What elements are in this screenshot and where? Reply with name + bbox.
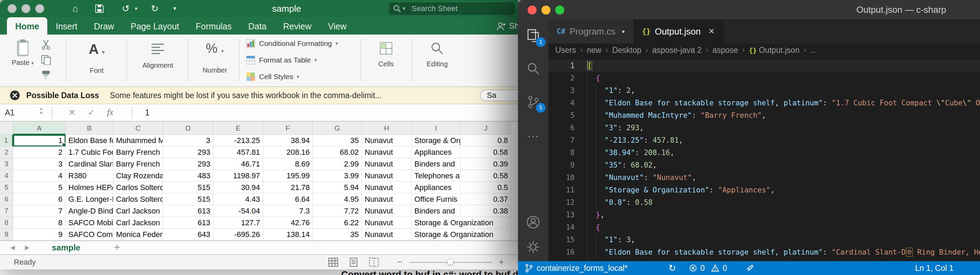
search-sheet-field[interactable]: ▾ Search Sheet: [389, 2, 515, 15]
sync-item[interactable]: ↻: [668, 261, 676, 275]
row-header-8[interactable]: 8: [0, 217, 13, 229]
code-line[interactable]: "Muhammed MacIntyre": "Barry French",: [587, 109, 766, 122]
paste-button[interactable]: Paste ▾: [8, 38, 37, 67]
line-number[interactable]: 13: [548, 209, 574, 221]
normal-view-icon[interactable]: [328, 258, 339, 267]
cell-A2[interactable]: 2: [13, 146, 65, 158]
cell-D2[interactable]: 293: [163, 146, 213, 158]
cell-E7[interactable]: -54.04: [213, 205, 263, 217]
name-box-stepper[interactable]: ▴▾: [40, 106, 43, 115]
cell-J7[interactable]: 0.38: [461, 205, 511, 217]
cell-B3[interactable]: Cardinal Slan: [65, 158, 113, 170]
tab-output-json[interactable]: {} Output.json ✕: [634, 19, 724, 43]
cell-E9[interactable]: -695.26: [213, 229, 263, 240]
ribbon-tab-formulas[interactable]: Formulas: [188, 17, 240, 35]
cell-F6[interactable]: 6.64: [263, 194, 313, 205]
cell-A8[interactable]: 8: [13, 217, 65, 229]
font-group[interactable]: A ▾ Font: [71, 40, 122, 75]
line-number[interactable]: 9: [548, 159, 574, 172]
problems-item[interactable]: 0 0: [689, 261, 727, 275]
ribbon-tab-insert[interactable]: Insert: [47, 17, 86, 35]
toolbar-caret-icon[interactable]: ▾: [171, 0, 178, 17]
line-number[interactable]: 15: [548, 234, 574, 246]
code-line[interactable]: "1": 3,: [587, 234, 635, 246]
cell-H8[interactable]: Nunavut: [362, 217, 412, 229]
cell-I7[interactable]: Binders and: [412, 205, 461, 217]
close-window-button[interactable]: [528, 6, 537, 14]
cell-H3[interactable]: Nunavut: [362, 158, 412, 170]
cell-A7[interactable]: 7: [13, 205, 65, 217]
format-as-table-button[interactable]: Format as Table ▾: [246, 55, 317, 65]
cell-F3[interactable]: 8.69: [263, 158, 313, 170]
insert-function-icon[interactable]: fx: [107, 104, 113, 120]
column-header-H[interactable]: H: [362, 122, 412, 135]
cell-E5[interactable]: 30.94: [213, 182, 263, 194]
code-line[interactable]: "3": 293,: [587, 122, 644, 134]
breadcrumb-item[interactable]: aspose-java 2: [652, 46, 702, 55]
share-button[interactable]: Sh: [496, 17, 518, 35]
cell-J3[interactable]: 0.39: [461, 158, 511, 170]
code-line[interactable]: "Storage & Organization": "Appliances",: [587, 184, 775, 196]
cell-G9[interactable]: 35: [313, 229, 362, 240]
copy-button[interactable]: [41, 55, 51, 65]
cell-C7[interactable]: Carl Jackson: [113, 205, 163, 217]
close-window-button[interactable]: [8, 4, 17, 13]
cell-C3[interactable]: Barry French: [113, 158, 163, 170]
breadcrumb-item[interactable]: aspose: [713, 46, 738, 55]
format-painter-button[interactable]: [41, 70, 51, 80]
cell-D3[interactable]: 293: [163, 158, 213, 170]
tab-program-cs[interactable]: C# Program.cs ●: [548, 19, 634, 43]
column-header-A[interactable]: A: [13, 122, 65, 135]
row-header-9[interactable]: 9: [0, 229, 13, 240]
cell-B9[interactable]: SAFCO Comm: [65, 229, 113, 240]
cell-D1[interactable]: 3: [163, 135, 213, 146]
line-number[interactable]: 16: [548, 246, 574, 258]
zoom-out-icon[interactable]: −: [397, 255, 402, 269]
cell-J1[interactable]: 0.8: [461, 135, 511, 146]
cell-H4[interactable]: Nunavut: [362, 170, 412, 182]
cell-H5[interactable]: Nunavut: [362, 182, 412, 194]
cell-G5[interactable]: 5.94: [313, 182, 362, 194]
cut-button[interactable]: [41, 40, 51, 50]
alignment-group[interactable]: Alignment: [132, 40, 184, 70]
ribbon-tab-home[interactable]: Home: [7, 17, 47, 35]
cell-E8[interactable]: 127.7: [213, 217, 263, 229]
code-line[interactable]: {: [587, 72, 600, 84]
cell-J5[interactable]: 0.5: [461, 182, 511, 194]
column-header-G[interactable]: G: [313, 122, 362, 135]
cell-I2[interactable]: Appliances: [412, 146, 461, 158]
breadcrumb-item[interactable]: new: [587, 46, 601, 55]
cell-G2[interactable]: 68.02: [313, 146, 362, 158]
page-break-view-icon[interactable]: [369, 258, 379, 267]
zoom-window-button[interactable]: [555, 6, 564, 14]
line-number[interactable]: 3: [548, 84, 574, 97]
line-number[interactable]: 11: [548, 184, 574, 196]
row-header-3[interactable]: 3: [0, 158, 13, 170]
redo-icon[interactable]: ↻: [148, 0, 162, 17]
number-group[interactable]: % ▾ Number: [192, 40, 237, 74]
column-header-B[interactable]: B: [65, 122, 113, 135]
cell-I5[interactable]: Appliances: [412, 182, 461, 194]
cell-J4[interactable]: 0.58: [461, 170, 511, 182]
row-header-7[interactable]: 7: [0, 205, 13, 217]
cell-J6[interactable]: 0.37: [461, 194, 511, 205]
cell-D6[interactable]: 515: [163, 194, 213, 205]
ribbon-tab-draw[interactable]: Draw: [86, 17, 122, 35]
column-header-D[interactable]: D: [163, 122, 213, 135]
row-header-4[interactable]: 4: [0, 170, 13, 182]
save-as-button[interactable]: Sa: [480, 89, 518, 101]
cursor-position[interactable]: Ln 1, Col 1: [915, 261, 953, 275]
cell-G4[interactable]: 3.99: [313, 170, 362, 182]
minimize-window-button[interactable]: [21, 4, 30, 13]
cell-E1[interactable]: -213.25: [213, 135, 263, 146]
ribbon-tab-view[interactable]: View: [320, 17, 355, 35]
cell-C8[interactable]: Carl Jackson: [113, 217, 163, 229]
cell-D9[interactable]: 643: [163, 229, 213, 240]
code-line[interactable]: "Eldon Base for stackable storage shelf,…: [587, 97, 980, 109]
line-number[interactable]: 4: [548, 97, 574, 109]
save-icon[interactable]: [92, 0, 107, 17]
cancel-entry-icon[interactable]: ✕: [68, 104, 76, 120]
cell-B6[interactable]: G.E. Longer-L: [65, 194, 113, 205]
ribbon-tab-review[interactable]: Review: [275, 17, 320, 35]
confirm-entry-icon[interactable]: ✓: [88, 104, 95, 120]
